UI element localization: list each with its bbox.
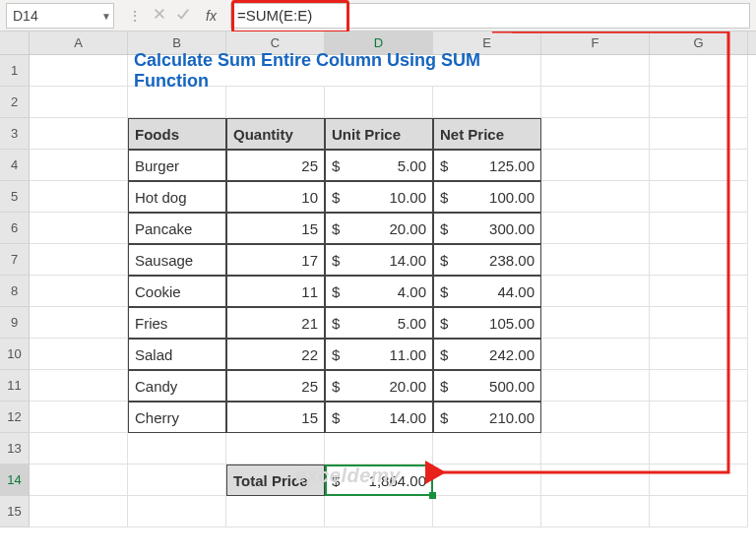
- cell[interactable]: [128, 433, 226, 465]
- cell[interactable]: [541, 402, 650, 433]
- cell[interactable]: Hot dog: [128, 181, 226, 213]
- cell[interactable]: Candy: [128, 370, 226, 402]
- cell[interactable]: [30, 87, 128, 118]
- cell[interactable]: [541, 276, 650, 307]
- cell[interactable]: Cookie: [128, 276, 226, 307]
- row-header-4[interactable]: 4: [0, 150, 30, 181]
- cell[interactable]: [541, 87, 650, 118]
- cell[interactable]: 25: [226, 370, 325, 402]
- cell[interactable]: [650, 339, 748, 370]
- cell[interactable]: [650, 402, 748, 433]
- row-header-11[interactable]: 11: [0, 370, 30, 402]
- cell[interactable]: [541, 118, 650, 150]
- cell[interactable]: 21: [226, 307, 325, 339]
- cell[interactable]: [30, 402, 128, 433]
- cell[interactable]: [30, 339, 128, 370]
- cell[interactable]: [541, 339, 650, 370]
- cell[interactable]: [541, 55, 650, 87]
- cell[interactable]: [30, 118, 128, 150]
- cancel-icon[interactable]: [153, 7, 166, 24]
- cell[interactable]: 15: [226, 213, 325, 244]
- cell[interactable]: [226, 87, 325, 118]
- cell[interactable]: [128, 496, 226, 527]
- cell[interactable]: [541, 213, 650, 244]
- row-header-10[interactable]: 10: [0, 339, 30, 370]
- cell[interactable]: Net Price: [433, 118, 541, 150]
- cell[interactable]: Calculate Sum Entire Column Using SUM Fu…: [128, 55, 541, 87]
- cell[interactable]: 10: [226, 181, 325, 213]
- cell[interactable]: $14.00: [325, 244, 433, 276]
- cell[interactable]: Burger: [128, 150, 226, 181]
- cell[interactable]: [650, 370, 748, 402]
- cell[interactable]: $1,864.00: [325, 465, 433, 496]
- cell[interactable]: [433, 87, 541, 118]
- col-header-G[interactable]: G: [650, 31, 748, 54]
- cell[interactable]: [226, 433, 325, 465]
- cell[interactable]: $242.00: [433, 339, 541, 370]
- cell[interactable]: [325, 496, 433, 527]
- cell[interactable]: [650, 118, 748, 150]
- formula-input[interactable]: =SUM(E:E): [230, 3, 750, 29]
- row-header-8[interactable]: 8: [0, 276, 30, 307]
- row-header-7[interactable]: 7: [0, 244, 30, 276]
- cell[interactable]: $14.00: [325, 402, 433, 433]
- cell[interactable]: Cherry: [128, 402, 226, 433]
- cell[interactable]: Sausage: [128, 244, 226, 276]
- cell[interactable]: [650, 150, 748, 181]
- cell[interactable]: Salad: [128, 339, 226, 370]
- cell[interactable]: $20.00: [325, 370, 433, 402]
- col-header-A[interactable]: A: [30, 31, 128, 54]
- cell[interactable]: $44.00: [433, 276, 541, 307]
- cell[interactable]: $105.00: [433, 307, 541, 339]
- cell[interactable]: [433, 465, 541, 496]
- cell[interactable]: [650, 465, 748, 496]
- cell[interactable]: [30, 150, 128, 181]
- cell[interactable]: [541, 181, 650, 213]
- cell[interactable]: [650, 181, 748, 213]
- cell[interactable]: [650, 433, 748, 465]
- cell[interactable]: [433, 433, 541, 465]
- cell[interactable]: [226, 496, 325, 527]
- cell[interactable]: $210.00: [433, 402, 541, 433]
- cell[interactable]: [30, 307, 128, 339]
- row-header-13[interactable]: 13: [0, 433, 30, 465]
- fx-icon[interactable]: fx: [200, 8, 222, 24]
- row-header-3[interactable]: 3: [0, 118, 30, 150]
- select-all-corner[interactable]: [0, 31, 30, 55]
- row-header-15[interactable]: 15: [0, 496, 30, 527]
- cell[interactable]: Foods: [128, 118, 226, 150]
- cell[interactable]: [650, 213, 748, 244]
- cell[interactable]: Total Price: [226, 465, 325, 496]
- row-header-9[interactable]: 9: [0, 307, 30, 339]
- cell[interactable]: [128, 87, 226, 118]
- cell[interactable]: [30, 244, 128, 276]
- cell[interactable]: [541, 433, 650, 465]
- cell[interactable]: [433, 496, 541, 527]
- cell[interactable]: 15: [226, 402, 325, 433]
- cell[interactable]: $125.00: [433, 150, 541, 181]
- cell[interactable]: [128, 465, 226, 496]
- cell[interactable]: $100.00: [433, 181, 541, 213]
- cell[interactable]: $11.00: [325, 339, 433, 370]
- enter-icon[interactable]: [176, 7, 190, 24]
- cell[interactable]: 17: [226, 244, 325, 276]
- col-header-F[interactable]: F: [541, 31, 650, 54]
- row-header-1[interactable]: 1: [0, 55, 30, 87]
- cell[interactable]: [30, 55, 128, 87]
- name-box[interactable]: D14 ▼: [6, 3, 114, 29]
- name-box-dropdown-icon[interactable]: ▼: [101, 10, 111, 21]
- cell[interactable]: [541, 307, 650, 339]
- cell[interactable]: Quantity: [226, 118, 325, 150]
- cell[interactable]: [650, 55, 748, 87]
- cell[interactable]: [30, 496, 128, 527]
- cell[interactable]: 11: [226, 276, 325, 307]
- cell[interactable]: [541, 496, 650, 527]
- cell[interactable]: $20.00: [325, 213, 433, 244]
- cell[interactable]: $5.00: [325, 150, 433, 181]
- cell[interactable]: [541, 244, 650, 276]
- cell[interactable]: [541, 370, 650, 402]
- cell[interactable]: [325, 87, 433, 118]
- cell[interactable]: Fries: [128, 307, 226, 339]
- row-header-6[interactable]: 6: [0, 213, 30, 244]
- cell[interactable]: [650, 496, 748, 527]
